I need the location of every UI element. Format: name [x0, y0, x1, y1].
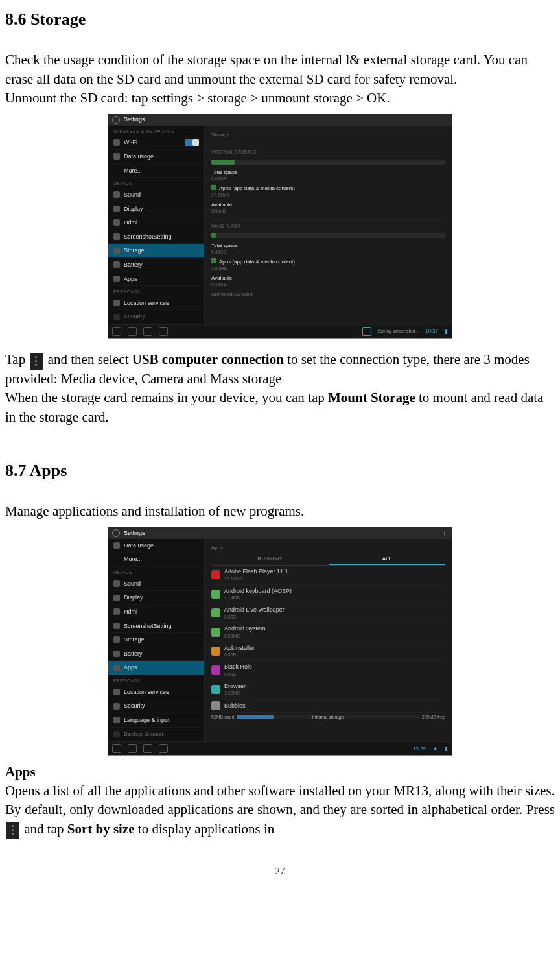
sidebar-item-storage[interactable]: Storage	[108, 244, 204, 258]
sidebar-item-hdmi[interactable]: Hdmi	[108, 216, 204, 230]
app-row[interactable]: Bubbles	[211, 699, 445, 713]
sidebar-item-battery[interactable]: Battery	[108, 258, 204, 272]
app-row[interactable]: Browser3.30MB	[211, 680, 445, 699]
app-row[interactable]: ApkInstaller0.00B	[211, 642, 445, 661]
back-icon[interactable]	[112, 744, 121, 753]
settings-icon	[112, 529, 120, 537]
overflow-menu-icon	[30, 353, 43, 370]
sidebar-item-wifi[interactable]: Wi-Fi	[108, 136, 204, 150]
sidebar-header-personal: PERSONAL	[108, 675, 204, 686]
navbar: 15:29 ▲ ▮	[108, 741, 452, 755]
sidebar-item-backup[interactable]: Backup & reset	[108, 728, 204, 742]
sort-by-size-bold: Sort by size	[67, 821, 135, 837]
sound-icon	[113, 580, 120, 587]
hdmi-icon	[113, 608, 120, 615]
app-row[interactable]: Android System8.36MB	[211, 623, 445, 641]
wifi-status-icon: ▲	[432, 745, 438, 753]
data-icon	[113, 542, 120, 549]
sidebar-item-storage[interactable]: Storage	[108, 633, 204, 647]
sidebar-item-sound[interactable]: Sound	[108, 577, 204, 592]
app-icon	[211, 701, 220, 710]
sidebar-item-security[interactable]: Security	[108, 310, 204, 324]
sidebar-item-more[interactable]: More...	[108, 553, 204, 567]
app-meta: Browser3.30MB	[224, 682, 246, 697]
app-icon	[211, 685, 220, 694]
navbar: Saving screenshot... 10:37 ▮	[108, 324, 452, 338]
battery-status-icon: ▮	[445, 745, 448, 753]
app-meta: Android keyboard (AOSP)1.14MB	[224, 587, 292, 601]
app-list: Adobe Flash Player 11.113.17MBAndroid ke…	[211, 566, 445, 713]
sidebar-item-data[interactable]: Data usage	[108, 150, 204, 164]
sidebar-item-more[interactable]: More...	[108, 164, 204, 178]
sidebar-item-screenshot[interactable]: ScreenshotSetting	[108, 230, 204, 245]
sidebar-item-location[interactable]: Location services	[108, 296, 204, 311]
app-meta: ApkInstaller0.00B	[224, 644, 255, 658]
language-icon	[113, 717, 120, 723]
app-title: Settings	[124, 529, 145, 538]
tab-running[interactable]: RUNNING	[211, 554, 329, 565]
sidebar-item-sound[interactable]: Sound	[108, 188, 204, 202]
para-86-1: Check the usage condition of the storage…	[5, 51, 555, 89]
sidebar-header-wireless: WIRELESS & NETWORKS	[108, 126, 204, 136]
sidebar-item-language[interactable]: Language & input	[108, 713, 204, 728]
mount-bold: Mount Storage	[328, 390, 415, 405]
apps-tabs: RUNNING ALL	[211, 554, 445, 566]
sidebar-item-battery[interactable]: Battery	[108, 647, 204, 662]
nand-avail[interactable]: Available5.43GB	[211, 274, 445, 288]
app-row[interactable]: Android Live Wallpaper0.00B	[211, 604, 445, 623]
sidebar-header-personal: PERSONAL	[108, 286, 204, 296]
recents-icon[interactable]	[143, 327, 152, 336]
nand-apps[interactable]: Apps (app data & media content)2.00MB	[211, 258, 445, 272]
hdmi-icon	[113, 219, 120, 226]
sidebar-item-display[interactable]: Display	[108, 591, 204, 605]
titlebar: Settings ⋮	[108, 527, 452, 539]
sidebar-item-location[interactable]: Location services	[108, 686, 204, 700]
nand-total[interactable]: Total space5.45GB	[211, 242, 445, 256]
screenshot-btn-icon[interactable]	[159, 744, 168, 753]
overflow-icon[interactable]: ⋮	[441, 115, 448, 124]
internal-bar	[211, 160, 445, 165]
app-icon	[211, 647, 220, 656]
sidebar-item-screenshot[interactable]: ScreenshotSetting	[108, 619, 204, 634]
security-icon	[113, 314, 120, 320]
app-icon	[211, 628, 220, 637]
apps-space[interactable]: Apps (app data & media content)77.71MB	[211, 185, 445, 198]
panel-title: Storage	[211, 130, 445, 141]
used-label: 53MB used	[211, 714, 234, 721]
app-row[interactable]: Adobe Flash Player 11.113.17MB	[211, 566, 445, 584]
wifi-toggle[interactable]	[185, 139, 199, 146]
back-icon[interactable]	[112, 327, 121, 336]
sidebar-item-hdmi[interactable]: Hdmi	[108, 605, 204, 619]
sidebar-item-security[interactable]: Security	[108, 699, 204, 713]
security-icon	[113, 703, 120, 710]
free-label: 205MB free	[422, 714, 445, 721]
storage-footer: 53MB used Internal storage 205MB free	[211, 714, 445, 721]
recents-icon[interactable]	[143, 744, 152, 753]
clock: 10:37	[425, 328, 438, 335]
sidebar-item-apps[interactable]: Apps	[108, 272, 204, 287]
app-meta: Black Hole0.00B	[224, 663, 252, 677]
available-space[interactable]: Available898MB	[211, 201, 445, 215]
apps-icon	[113, 276, 120, 282]
heading-86-storage: 8.6 Storage	[5, 8, 555, 31]
titlebar: Settings ⋮	[108, 114, 452, 126]
unmount-row[interactable]: Unmount SD card	[211, 291, 445, 298]
sidebar-item-display[interactable]: Display	[108, 202, 204, 217]
screenshot-btn-icon[interactable]	[159, 327, 168, 336]
nand-label: NAND FLASH	[211, 220, 445, 230]
app-row[interactable]: Android keyboard (AOSP)1.14MB	[211, 585, 445, 604]
total-space[interactable]: Total space0.98GB	[211, 169, 445, 182]
app-meta: Bubbles	[224, 702, 246, 710]
tab-all[interactable]: ALL	[329, 554, 446, 565]
home-icon[interactable]	[128, 744, 137, 753]
overflow-icon[interactable]: ⋮	[441, 529, 448, 538]
internal-storage-label: INTERNAL STORAGE	[211, 149, 445, 156]
app-row[interactable]: Black Hole0.00B	[211, 661, 445, 680]
page-number: 27	[5, 865, 555, 878]
location-icon	[113, 689, 120, 695]
app-icon	[211, 570, 220, 579]
panel-title: Apps	[211, 543, 445, 554]
home-icon[interactable]	[128, 327, 137, 336]
sidebar-item-data[interactable]: Data usage	[108, 539, 204, 553]
sidebar-item-apps[interactable]: Apps	[108, 661, 204, 675]
